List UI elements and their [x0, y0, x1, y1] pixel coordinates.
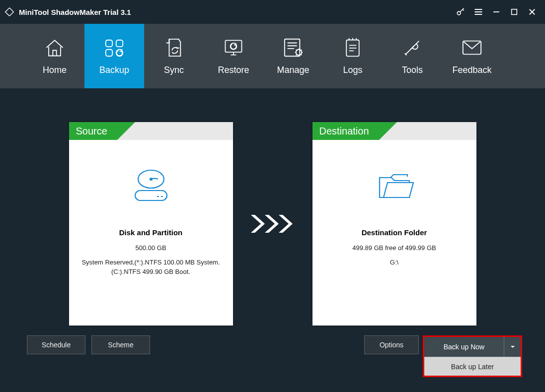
svg-rect-3	[116, 40, 123, 46]
backup-now-button[interactable]: Back up Now	[424, 337, 504, 357]
folder-icon	[373, 168, 416, 203]
backup-icon	[103, 37, 126, 58]
backup-later-button[interactable]: Back up Later	[424, 357, 521, 376]
destination-tab: Destination	[312, 122, 379, 140]
svg-rect-2	[106, 40, 112, 46]
nav-sync-label: Sync	[164, 65, 184, 75]
navbar: Home Backup Sync Restore Manage Logs T	[0, 24, 545, 88]
nav-backup-label: Backup	[99, 65, 129, 75]
destination-panel[interactable]: Destination Destination Folder 499.89 GB…	[312, 122, 476, 326]
nav-home[interactable]: Home	[25, 24, 84, 88]
backup-dropdown-caret[interactable]	[504, 337, 521, 357]
destination-title: Destination Folder	[362, 228, 427, 237]
sync-icon	[164, 37, 183, 58]
close-icon[interactable]	[523, 3, 541, 21]
nav-home-label: Home	[43, 65, 67, 75]
destination-path: G:\	[384, 258, 404, 267]
nav-tools[interactable]: Tools	[383, 24, 442, 88]
maximize-icon[interactable]	[505, 3, 523, 21]
nav-manage[interactable]: Manage	[263, 24, 323, 88]
source-tab: Source	[69, 122, 117, 140]
source-detail-1: System Reserved,(*:).NTFS 100.00 MB Syst…	[76, 258, 226, 267]
key-icon[interactable]	[452, 3, 469, 21]
feedback-icon	[461, 37, 483, 58]
home-icon	[44, 37, 66, 58]
nav-feedback-label: Feedback	[452, 65, 491, 75]
nav-backup[interactable]: Backup	[84, 24, 144, 88]
app-logo-icon	[4, 6, 15, 17]
nav-logs-label: Logs	[343, 65, 362, 75]
logs-icon	[343, 37, 362, 58]
direction-arrows-icon	[248, 213, 298, 235]
minimize-icon[interactable]	[487, 3, 505, 21]
manage-icon	[283, 37, 304, 58]
content-area: Source Disk and Partition 500.00 GB Syst…	[0, 88, 545, 392]
nav-sync[interactable]: Sync	[144, 24, 204, 88]
source-tab-row: Source	[69, 122, 233, 140]
schedule-button[interactable]: Schedule	[27, 335, 85, 354]
disk-icon	[129, 168, 173, 203]
destination-tab-row: Destination	[312, 122, 476, 140]
svg-rect-1	[512, 9, 517, 15]
titlebar: MiniTool ShadowMaker Trial 3.1	[0, 0, 545, 24]
svg-rect-8	[285, 39, 300, 56]
source-detail-2: (C:).NTFS 499.90 GB Boot.	[105, 267, 196, 277]
svg-rect-4	[106, 49, 112, 56]
nav-feedback[interactable]: Feedback	[442, 24, 502, 88]
menu-icon[interactable]	[469, 3, 487, 21]
scheme-button[interactable]: Scheme	[91, 335, 150, 354]
svg-point-0	[457, 11, 461, 15]
source-title: Disk and Partition	[119, 228, 183, 237]
svg-point-13	[150, 178, 152, 180]
nav-tools-label: Tools	[402, 65, 423, 75]
nav-manage-label: Manage	[277, 65, 309, 75]
nav-restore-label: Restore	[218, 65, 249, 75]
app-title: MiniTool ShadowMaker Trial 3.1	[19, 8, 131, 16]
backup-dropdown-group: Back up Now Back up Later	[423, 335, 522, 377]
source-size: 500.00 GB	[129, 244, 172, 253]
destination-free: 499.89 GB free of 499.99 GB	[346, 244, 442, 253]
svg-point-9	[296, 49, 302, 55]
nav-restore[interactable]: Restore	[204, 24, 263, 88]
nav-logs[interactable]: Logs	[323, 24, 383, 88]
tools-icon	[402, 37, 423, 58]
restore-icon	[223, 37, 244, 58]
source-panel[interactable]: Source Disk and Partition 500.00 GB Syst…	[69, 122, 233, 326]
svg-rect-6	[226, 40, 242, 52]
options-button[interactable]: Options	[364, 335, 419, 354]
svg-rect-14	[135, 191, 167, 200]
bottom-bar: Schedule Scheme Options Back up Now Back…	[27, 335, 522, 377]
